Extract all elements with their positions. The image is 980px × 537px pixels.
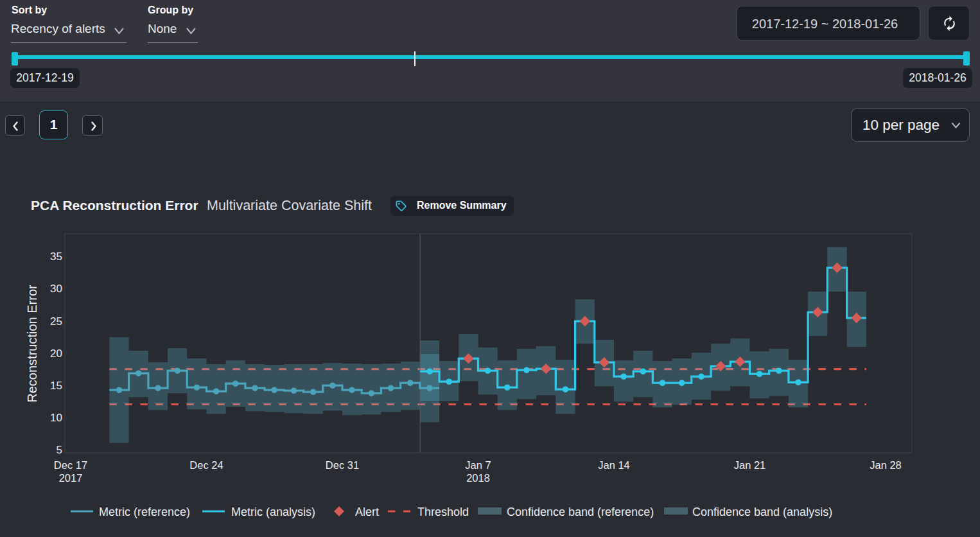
svg-text:Dec 17: Dec 17 <box>54 459 87 471</box>
svg-text:Confidence band (reference): Confidence band (reference) <box>507 506 654 518</box>
svg-text:5: 5 <box>57 444 62 456</box>
svg-text:Dec 31: Dec 31 <box>326 459 359 471</box>
svg-text:Threshold: Threshold <box>417 506 469 518</box>
svg-text:Dec 24: Dec 24 <box>189 459 223 471</box>
svg-text:20: 20 <box>50 348 62 360</box>
svg-text:Metric (reference): Metric (reference) <box>99 506 190 518</box>
svg-text:Confidence band (analysis): Confidence band (analysis) <box>692 506 832 518</box>
svg-text:25: 25 <box>50 315 62 328</box>
svg-text:15: 15 <box>50 380 62 392</box>
svg-text:Reconstruction Error: Reconstruction Error <box>25 285 39 403</box>
svg-text:30: 30 <box>50 283 62 295</box>
svg-text:Jan 28: Jan 28 <box>870 459 902 471</box>
svg-text:10: 10 <box>50 412 62 424</box>
svg-text:Jan 7: Jan 7 <box>465 459 491 471</box>
svg-text:2018: 2018 <box>466 472 490 484</box>
svg-text:Metric (analysis): Metric (analysis) <box>231 506 315 518</box>
svg-text:2017: 2017 <box>59 472 83 484</box>
svg-text:Jan 14: Jan 14 <box>598 459 630 471</box>
svg-text:Alert: Alert <box>355 506 379 518</box>
svg-text:35: 35 <box>50 251 62 263</box>
svg-text:Jan 21: Jan 21 <box>734 459 766 471</box>
